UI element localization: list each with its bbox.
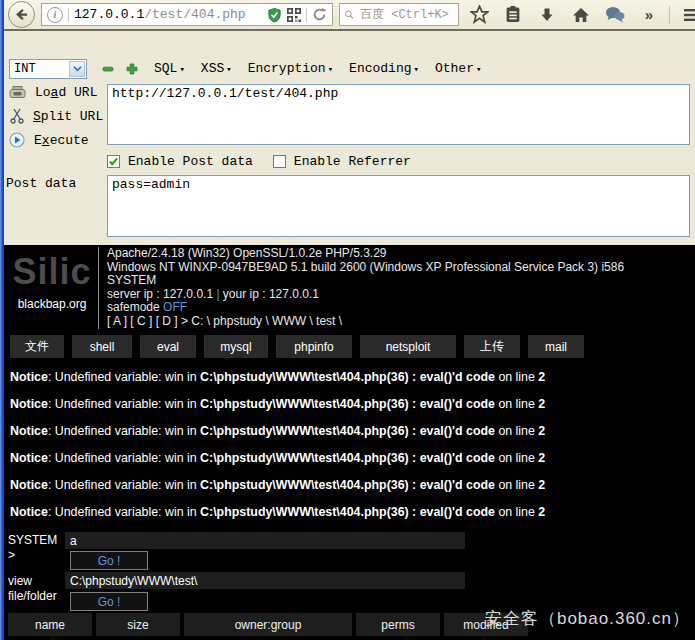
hackbar-add-button[interactable] <box>126 63 138 75</box>
downloads-button[interactable] <box>535 3 559 27</box>
checkmark-icon <box>108 156 119 167</box>
load-url-label: Load URL <box>35 85 97 100</box>
shell-nav-button-label: mail <box>545 340 567 354</box>
hackbar-mode-select[interactable]: INT <box>9 59 87 79</box>
app-menu-button[interactable] <box>680 3 695 27</box>
qr-code-icon[interactable] <box>287 8 301 22</box>
php-notice-row: Notice: Undefined variable: win in C:\ph… <box>10 472 545 499</box>
command-input[interactable] <box>65 532 465 549</box>
hackbar-options-row: Enable Post data Enable Referrer <box>107 150 690 172</box>
double-chevron-icon: » <box>645 6 653 23</box>
shell-nav-button-label: 文件 <box>25 338 49 355</box>
shell-nav-button-label: mysql <box>220 340 251 354</box>
table-header-cell: size <box>96 613 180 636</box>
split-url-label: Split URL <box>33 109 103 124</box>
shell-logo-block: Silic blackbap.org <box>8 247 96 329</box>
info-apache: Apache/2.4.18 (Win32) OpenSSL/1.0.2e PHP… <box>107 247 624 261</box>
shell-nav-button[interactable]: phpinfo <box>276 335 352 358</box>
clipboard-icon <box>505 6 521 23</box>
hackbar-menu-item[interactable]: Other ▾ <box>435 61 481 76</box>
url-path: /test/404.php <box>144 7 245 22</box>
download-arrow-icon <box>539 7 555 23</box>
divider <box>68 8 69 22</box>
shell-logo: Silic <box>8 251 96 293</box>
shell-nav-button[interactable]: mysql <box>204 335 268 358</box>
table-header-cell: owner:group <box>184 613 352 636</box>
php-notices: Notice: Undefined variable: win in C:\ph… <box>10 364 545 526</box>
caret-down-icon: ▾ <box>179 64 184 75</box>
table-header-label: owner:group <box>235 618 302 632</box>
url-bar[interactable]: i 127.0.0.1/test/404.php <box>41 3 333 26</box>
chat-button[interactable] <box>603 3 627 27</box>
shell-nav-button-label: phpinfo <box>294 340 333 354</box>
execute-label: Execute <box>34 133 89 148</box>
overflow-menu-button[interactable]: » <box>637 3 661 27</box>
webshell-page: Silic blackbap.org Apache/2.4.18 (Win32)… <box>0 245 695 640</box>
drive-links[interactable]: [ A ] [ C ] [ D ] <box>107 314 178 328</box>
shield-security-icon[interactable] <box>267 7 282 23</box>
url-host: 127.0.0.1 <box>74 7 144 22</box>
hackbar-menu-item[interactable]: XSS ▾ <box>201 61 232 76</box>
file-table-header: name size owner:group perms modified <box>8 613 528 636</box>
enable-post-checkbox[interactable] <box>107 155 120 168</box>
menu-label: Encoding <box>349 61 411 76</box>
menu-label: Encryption <box>248 61 326 76</box>
hackbar-menu-item[interactable]: Encoding ▾ <box>349 61 419 76</box>
hackbar-menu-item[interactable]: Encryption ▾ <box>248 61 333 76</box>
star-icon <box>470 5 489 24</box>
minus-icon <box>102 63 114 75</box>
safemode-status: OFF <box>163 300 187 314</box>
php-notice-row: Notice: Undefined variable: win in C:\ph… <box>10 364 545 391</box>
execute-button[interactable]: Execute <box>9 132 89 148</box>
php-notice-row: Notice: Undefined variable: win in C:\ph… <box>10 445 545 472</box>
info-path: [ A ] [ C ] [ D ] > C: \ phpstudy \ WWW … <box>107 315 624 329</box>
info-os: Windows NT WINXP-0947BE9AD 5.1 build 260… <box>107 261 624 275</box>
bookmark-star-button[interactable] <box>467 3 491 27</box>
shell-nav-button[interactable]: eval <box>140 335 196 358</box>
watermark-text: 安全客（bobao.360.cn） <box>485 607 690 630</box>
hackbar-remove-button[interactable] <box>102 63 114 75</box>
hackbar-post-data-field[interactable]: pass=admin <box>107 175 690 237</box>
shell-header: Silic blackbap.org Apache/2.4.18 (Win32)… <box>8 247 691 329</box>
shell-nav-button[interactable]: mail <box>528 335 584 358</box>
browser-window: i 127.0.0.1/test/404.php <box>0 0 695 640</box>
back-button[interactable] <box>8 1 35 28</box>
shell-nav-button-label: eval <box>157 340 179 354</box>
view-path-input[interactable] <box>65 572 465 589</box>
caret-down-icon: ▾ <box>414 64 419 75</box>
chevron-down-icon <box>73 65 82 72</box>
page-info-icon[interactable]: i <box>47 7 63 23</box>
info-ips: server ip : 127.0.0.1 | your ip : 127.0.… <box>107 288 624 302</box>
shell-nav-button-label: 上传 <box>480 338 504 355</box>
php-notice-row: Notice: Undefined variable: win in C:\ph… <box>10 418 545 445</box>
enable-referrer-checkbox[interactable] <box>273 155 286 168</box>
command-go-button[interactable]: Go ! <box>70 551 148 570</box>
php-notice-row: Notice: Undefined variable: win in C:\ph… <box>10 499 545 526</box>
search-input[interactable] <box>358 7 454 23</box>
dropdown-button[interactable] <box>69 61 85 77</box>
load-url-button[interactable]: Load URL <box>9 85 97 100</box>
shell-nav-button[interactable]: shell <box>72 335 132 358</box>
reload-icon[interactable] <box>312 7 327 22</box>
hackbar-mode-value: INT <box>10 62 69 76</box>
home-button[interactable] <box>569 3 593 27</box>
current-path[interactable]: > C: \ phpstudy \ WWW \ test \ <box>178 314 342 328</box>
view-go-button[interactable]: Go ! <box>70 592 148 611</box>
divider <box>306 8 307 22</box>
shell-nav-button[interactable]: 文件 <box>10 335 64 358</box>
enable-referrer-label: Enable Referrer <box>294 154 411 169</box>
shell-nav-button[interactable]: netsploit <box>360 335 456 358</box>
hackbar-menu-item[interactable]: SQL ▾ <box>154 61 185 76</box>
table-header-label: size <box>127 618 148 632</box>
url-text: 127.0.0.1/test/404.php <box>74 7 262 22</box>
execute-play-icon <box>9 132 25 148</box>
chat-bubbles-icon <box>605 6 625 23</box>
bookmarks-menu-button[interactable] <box>501 3 525 27</box>
shell-nav-button[interactable]: 上传 <box>464 335 520 358</box>
hamburger-menu-icon <box>684 8 695 22</box>
hackbar-url-field[interactable]: http://127.0.0.1/test/404.php <box>107 84 690 145</box>
split-url-button[interactable]: Split URL <box>10 108 103 124</box>
browser-toolbar: i 127.0.0.1/test/404.php <box>4 0 695 31</box>
load-url-icon <box>9 85 26 100</box>
search-bar[interactable] <box>339 3 459 26</box>
